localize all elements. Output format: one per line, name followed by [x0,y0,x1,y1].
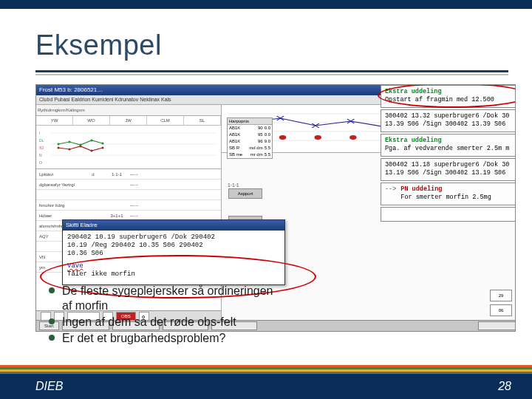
note-stack: Ekstra uddeling Opstart af fragmin med 1… [381,85,516,222]
bullet-text: Er det et brugbarhedsproblem? [62,331,225,346]
svg-point-23 [314,135,321,140]
right-small-label: 1⋅1⋅1 [228,183,239,188]
svg-point-17 [102,143,104,145]
svg-point-11 [91,150,93,152]
taskbar-tray[interactable] [478,321,516,330]
popup-line1: 290402 10.19 superbruger6 /Dok 290402 [67,233,280,242]
slide-footer: DIEB 28 [0,374,532,399]
popup-cave-head: Vave [67,262,280,270]
svg-point-9 [69,149,71,151]
svg-point-15 [80,144,82,146]
note-5: --> PN uddeling For smerter morfin 2.5mg [381,183,516,205]
right-stubs: 29 06 [490,290,512,316]
popup-line2: 10.19 /Reg 290402 10.35 S06 290402 [67,242,280,250]
note-blank [381,207,516,222]
popup-cave-body: Tåler ikke morfin [67,270,280,279]
bullet-list: De fleste sygeplejersker så ordineringen… [49,284,285,347]
footer-left: DIEB [35,380,63,393]
svg-point-14 [69,141,71,143]
note-1: Ekstra uddeling Opstart af fragmin med 1… [381,85,516,108]
note-4: 300402 13.18 superbruger6 /Dok 30 13.19 … [381,158,516,181]
svg-text:N: N [39,153,42,157]
svg-point-16 [91,140,93,142]
svg-point-13 [58,143,60,146]
left-panel-header: Rythidrmgkmr/Kalingsm [36,105,221,116]
svg-point-22 [279,135,287,140]
left-panel-columns: YW WO JW CLM SL [36,116,221,126]
svg-point-12 [102,147,104,149]
obs-row: hmohnr lidzg—→ [36,200,221,211]
bullet-item: De fleste sygeplejersker så ordineringen… [49,284,285,313]
obs-row: dgbaraafyr Yezirgi—→ [36,180,221,190]
bullet-item: Ingen af dem så det røde obs-felt [49,315,285,330]
bullet-text: Ingen af dem så det røde obs-felt [62,315,236,330]
bullet-icon [49,318,55,324]
obs-row: Lpktavid1⋅1⋅1—→ [36,169,221,180]
bullet-icon [49,287,55,293]
footer-bands [0,365,532,374]
svg-text:I: I [39,131,40,135]
vitals-chart: I DL XJ N O [36,126,221,169]
footer-page-number: 28 [498,380,511,393]
bullet-text: De fleste sygeplejersker så ordineringen… [62,284,285,313]
svg-text:DL: DL [39,138,44,143]
slide-top-bar [0,0,532,9]
popup-window: Skiftl Eladre 290402 10.19 superbruger6 … [62,219,285,285]
svg-point-24 [349,135,357,140]
title-underline [35,70,508,75]
midbtn-1[interactable]: Aspport [228,188,262,199]
svg-text:XJ: XJ [39,146,44,150]
bullet-item: Er det et brugbarhedsproblem? [49,331,285,346]
bullet-icon [49,335,55,341]
svg-point-8 [58,147,60,149]
note-2: 300402 13.32 superbruger6 /Dok 30 13.39 … [381,109,516,132]
popup-title: Skiftl Eladre [63,220,284,231]
mid-panel: Harpvpnis AB1K900.0AB1K950.0AB1K969.0SB … [227,117,273,159]
obs-row [36,190,221,200]
note-3: Ekstra uddeling Pga. af vedvarende smert… [381,134,516,157]
slide-title: Eksempel [35,30,162,61]
popup-line3: 10.36 S06 [67,250,280,258]
svg-text:O: O [39,160,42,165]
